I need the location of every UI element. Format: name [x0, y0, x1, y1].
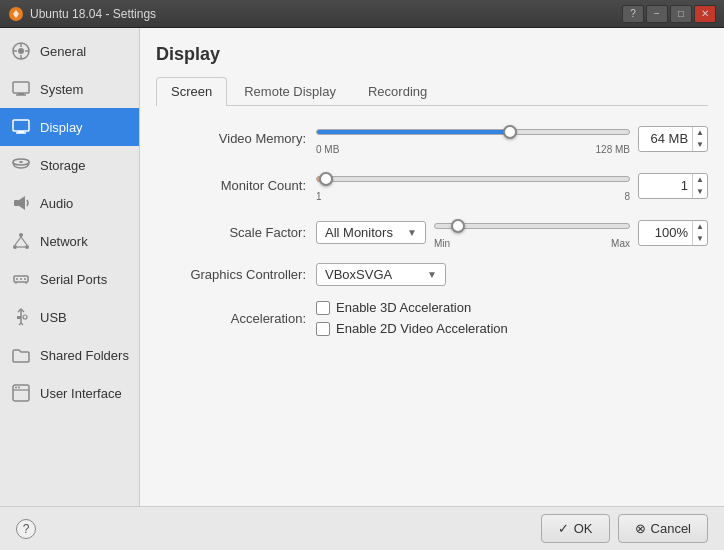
video-memory-spinbox[interactable]: 64 MB ▲ ▼ — [638, 126, 708, 152]
video-memory-down[interactable]: ▼ — [693, 139, 707, 151]
sidebar-item-serial-ports[interactable]: Serial Ports — [0, 260, 139, 298]
svg-point-24 — [16, 278, 18, 280]
svg-line-33 — [21, 323, 23, 325]
sidebar-item-label: Storage — [40, 158, 86, 173]
titlebar-controls: ? − □ ✕ — [622, 5, 716, 23]
scale-factor-dropdown-arrow: ▼ — [407, 227, 417, 238]
svg-point-17 — [19, 233, 23, 237]
help-titlebar-btn[interactable]: ? — [622, 5, 644, 23]
cancel-icon: ⊗ — [635, 521, 646, 536]
sidebar-item-label: USB — [40, 310, 67, 325]
sidebar-item-usb[interactable]: USB — [0, 298, 139, 336]
svg-rect-15 — [14, 200, 19, 206]
minimize-btn[interactable]: − — [646, 5, 668, 23]
acceleration-row: Acceleration: Enable 3D Acceleration Ena… — [156, 300, 708, 336]
svg-point-37 — [18, 387, 20, 389]
svg-line-21 — [21, 237, 27, 245]
video-memory-arrows: ▲ ▼ — [692, 127, 707, 151]
shared-folders-icon — [10, 344, 32, 366]
help-button[interactable]: ? — [16, 519, 36, 539]
scale-factor-label: Scale Factor: — [156, 225, 316, 240]
tab-remote-display[interactable]: Remote Display — [229, 77, 351, 105]
scale-factor-spinbox[interactable]: 100% ▲ ▼ — [638, 220, 708, 246]
video-memory-control: 0 MB 128 MB 64 MB ▲ ▼ — [316, 122, 708, 155]
ok-label: OK — [574, 521, 593, 536]
enable-3d-label: Enable 3D Acceleration — [336, 300, 471, 315]
scale-factor-thumb[interactable] — [451, 219, 465, 233]
sidebar-item-system[interactable]: System — [0, 70, 139, 108]
scale-factor-control: All Monitors ▼ Min Max — [316, 216, 708, 249]
monitor-count-arrows: ▲ ▼ — [692, 174, 707, 198]
graphics-controller-label: Graphics Controller: — [156, 267, 316, 282]
sidebar-item-general[interactable]: General — [0, 32, 139, 70]
monitor-count-up[interactable]: ▲ — [693, 174, 707, 186]
video-memory-up[interactable]: ▲ — [693, 127, 707, 139]
sidebar-item-label: Serial Ports — [40, 272, 107, 287]
scale-factor-arrows: ▲ ▼ — [692, 221, 707, 245]
network-icon — [10, 230, 32, 252]
video-memory-thumb[interactable] — [503, 125, 517, 139]
svg-point-19 — [25, 245, 29, 249]
scale-factor-down[interactable]: ▼ — [693, 233, 707, 245]
sidebar-item-label: Display — [40, 120, 83, 135]
scale-factor-up[interactable]: ▲ — [693, 221, 707, 233]
general-icon — [10, 40, 32, 62]
video-memory-value: 64 MB — [639, 131, 692, 146]
monitor-count-control: 1 8 1 ▲ ▼ — [316, 169, 708, 202]
sidebar-item-label: Shared Folders — [40, 348, 129, 363]
graphics-controller-dropdown[interactable]: VBoxSVGA ▼ — [316, 263, 446, 286]
sidebar-item-label: General — [40, 44, 86, 59]
monitor-count-down[interactable]: ▼ — [693, 186, 707, 198]
sidebar-item-display[interactable]: Display — [0, 108, 139, 146]
close-btn[interactable]: ✕ — [694, 5, 716, 23]
display-icon — [10, 116, 32, 138]
system-icon — [10, 78, 32, 100]
window-title: Ubuntu 18.04 - Settings — [30, 7, 156, 21]
sidebar-item-shared-folders[interactable]: Shared Folders — [0, 336, 139, 374]
sidebar-item-label: Audio — [40, 196, 73, 211]
main-container: General System Display Storage — [0, 28, 724, 550]
tab-recording[interactable]: Recording — [353, 77, 442, 105]
video-memory-slider-track[interactable] — [316, 122, 630, 142]
sidebar-item-network[interactable]: Network — [0, 222, 139, 260]
monitor-count-value: 1 — [639, 178, 692, 193]
svg-point-25 — [20, 278, 22, 280]
graphics-controller-arrow: ▼ — [427, 269, 437, 280]
ok-icon: ✓ — [558, 521, 569, 536]
svg-line-20 — [15, 237, 21, 245]
scale-factor-dropdown[interactable]: All Monitors ▼ — [316, 221, 426, 244]
sidebar-item-audio[interactable]: Audio — [0, 184, 139, 222]
svg-marker-16 — [19, 196, 25, 210]
monitor-count-thumb[interactable] — [319, 172, 333, 186]
ok-button[interactable]: ✓ OK — [541, 514, 610, 543]
enable-2d-checkbox[interactable] — [316, 322, 330, 336]
video-memory-label: Video Memory: — [156, 131, 316, 146]
enable-3d-checkbox[interactable] — [316, 301, 330, 315]
scale-factor-row: Scale Factor: All Monitors ▼ Min — [156, 216, 708, 249]
video-memory-row: Video Memory: 0 MB 128 MB — [156, 122, 708, 155]
svg-point-2 — [18, 48, 24, 54]
monitor-count-slider-track[interactable] — [316, 169, 630, 189]
sidebar-item-storage[interactable]: Storage — [0, 146, 139, 184]
titlebar: Ubuntu 18.04 - Settings ? − □ ✕ — [0, 0, 724, 28]
serial-ports-icon — [10, 268, 32, 290]
tab-screen[interactable]: Screen — [156, 77, 227, 106]
usb-icon — [10, 306, 32, 328]
svg-point-31 — [23, 315, 27, 319]
acceleration-label: Acceleration: — [156, 311, 316, 326]
svg-point-18 — [13, 245, 17, 249]
video-memory-slider-bg — [316, 129, 630, 135]
monitor-count-spinbox[interactable]: 1 ▲ ▼ — [638, 173, 708, 199]
monitor-count-slider-wrapper: 1 8 — [316, 169, 630, 202]
monitor-count-slider-labels: 1 8 — [316, 191, 630, 202]
enable-2d-label: Enable 2D Video Acceleration — [336, 321, 508, 336]
scale-factor-slider-track[interactable] — [434, 216, 630, 236]
monitor-count-slider-bg — [316, 176, 630, 182]
sidebar-item-user-interface[interactable]: User Interface — [0, 374, 139, 412]
cancel-button[interactable]: ⊗ Cancel — [618, 514, 708, 543]
svg-line-32 — [19, 323, 21, 325]
sidebar-item-label: System — [40, 82, 83, 97]
cancel-label: Cancel — [651, 521, 691, 536]
maximize-btn[interactable]: □ — [670, 5, 692, 23]
sidebar: General System Display Storage — [0, 28, 140, 550]
